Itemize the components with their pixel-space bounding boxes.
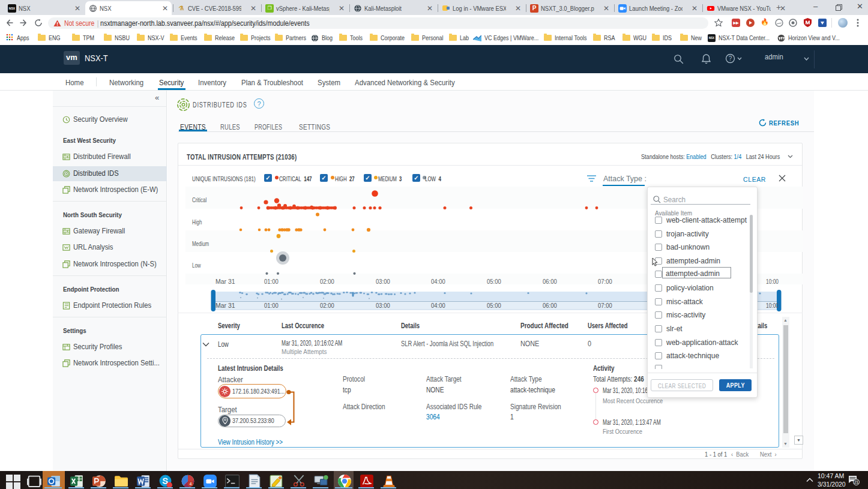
svg-text:21: 21 — [854, 480, 859, 484]
svg-text:?: ? — [729, 55, 732, 62]
svg-text:4: 4 — [189, 482, 191, 487]
